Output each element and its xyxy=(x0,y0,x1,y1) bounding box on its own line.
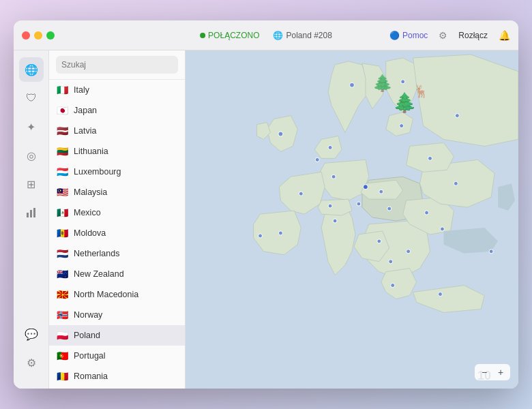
country-name: North Macedonia xyxy=(74,290,138,299)
server-dot-poland xyxy=(363,185,368,190)
server-dot-czech xyxy=(379,190,383,194)
moose-icon: 🦌 xyxy=(413,84,429,99)
nav-settings-button[interactable]: ⚙ xyxy=(19,350,44,375)
close-button[interactable] xyxy=(22,31,30,40)
country-flag: 🇲🇰 xyxy=(56,288,68,301)
country-flag: 🇲🇾 xyxy=(56,186,68,198)
country-flag: 🇵🇱 xyxy=(56,329,68,342)
connected-dot xyxy=(200,33,205,38)
connected-label: POŁĄCZONO xyxy=(208,31,259,40)
country-item[interactable]: 🇳🇿 New Zealand xyxy=(49,264,185,284)
server-dot-greece xyxy=(391,284,395,288)
connected-badge: POŁĄCZONO xyxy=(200,31,259,40)
country-item[interactable]: 🇲🇩 Moldova xyxy=(49,223,185,243)
server-dot-n-macedonia xyxy=(389,260,393,264)
server-dot-france xyxy=(299,192,303,196)
country-item[interactable]: 🇵🇹 Portugal xyxy=(49,346,185,366)
server-dot-finland xyxy=(401,80,405,84)
server-dot-germany-w xyxy=(331,175,336,179)
country-item[interactable]: 🇷🇸 Serbia xyxy=(49,387,185,389)
svg-rect-0 xyxy=(27,213,29,217)
country-item[interactable]: 🇱🇻 Latvia xyxy=(49,121,185,141)
main-content: 🌐 🛡 ✦ ◎ ⊞ 💬 ⚙ xyxy=(14,50,518,389)
app-window: POŁĄCZONO 🌐 Poland #208 🔵 Pomoc ⚙ Rozłąc… xyxy=(14,20,518,389)
country-name: Portugal xyxy=(74,351,106,361)
country-name: Norway xyxy=(74,310,102,320)
server-dot-moldova xyxy=(440,227,444,231)
country-name: Japan xyxy=(74,106,97,115)
country-name: Netherlands xyxy=(74,249,119,258)
server-dot-turkey xyxy=(438,292,442,297)
server-dot-east xyxy=(489,249,493,254)
nav-chat-button[interactable]: 💬 xyxy=(19,322,44,346)
settings-icon-button[interactable]: ⚙ xyxy=(439,30,447,41)
svg-rect-1 xyxy=(30,210,32,217)
country-item[interactable]: 🇮🇹 Italy xyxy=(49,80,185,100)
server-dot-norway xyxy=(350,82,355,87)
country-flag: 🇮🇹 xyxy=(56,84,68,96)
nav-globe-button[interactable]: 🌐 xyxy=(19,57,44,82)
country-item[interactable]: 🇯🇵 Japan xyxy=(49,100,185,121)
help-button[interactable]: 🔵 Pomoc xyxy=(389,31,428,40)
server-dot-baltics xyxy=(400,124,404,128)
country-name: Mexico xyxy=(74,208,101,217)
traffic-lights xyxy=(22,31,55,40)
nav-layers-button[interactable]: ⊞ xyxy=(19,172,44,196)
country-name: Luxembourg xyxy=(74,167,121,177)
country-item[interactable]: 🇷🇴 Romania xyxy=(49,366,185,387)
country-name: Lithuania xyxy=(74,147,108,156)
country-flag: 🇱🇹 xyxy=(56,145,68,157)
server-dot-belarus xyxy=(428,156,432,160)
sidebar-bottom: 💬 ⚙ xyxy=(19,322,44,382)
server-dot-russia xyxy=(455,114,459,118)
server-dot-austria xyxy=(357,202,361,206)
country-item[interactable]: 🇱🇺 Luxembourg xyxy=(49,162,185,182)
country-name: Moldova xyxy=(74,228,106,238)
country-name: Romania xyxy=(74,372,108,381)
help-label: Pomoc xyxy=(402,31,428,40)
country-item[interactable]: 🇱🇹 Lithuania xyxy=(49,141,185,162)
titlebar: POŁĄCZONO 🌐 Poland #208 🔵 Pomoc ⚙ Rozłąc… xyxy=(14,20,518,50)
map-area: 🌲 🌲 🦌 − + 10 xyxy=(186,50,518,389)
country-flag: 🇳🇱 xyxy=(56,247,68,260)
country-name: Italy xyxy=(74,85,89,95)
server-dot-denmark xyxy=(328,145,332,149)
server-dot-netherlands xyxy=(315,157,319,162)
country-name: Malaysia xyxy=(74,187,107,197)
server-dot-romania xyxy=(425,211,429,215)
server-dot-swiss xyxy=(328,204,332,208)
country-list: 🇮🇹 Italy 🇯🇵 Japan 🇱🇻 Latvia 🇱🇹 Lithuania… xyxy=(49,50,186,389)
nav-nodes-button[interactable]: ✦ xyxy=(19,115,44,139)
server-label: Poland #208 xyxy=(286,31,331,40)
titlebar-right: 🔵 Pomoc ⚙ Rozłącz 🔔 xyxy=(389,30,510,41)
disconnect-button[interactable]: Rozłącz xyxy=(458,31,488,40)
country-name: Latvia xyxy=(74,126,96,136)
country-item[interactable]: 🇲🇾 Malaysia xyxy=(49,182,185,202)
server-dot-uk xyxy=(278,132,283,136)
bell-icon-button[interactable]: 🔔 xyxy=(499,30,510,41)
nav-eye-button[interactable]: ◎ xyxy=(19,143,44,168)
svg-rect-2 xyxy=(33,208,35,217)
country-item[interactable]: 🇵🇱 Poland xyxy=(49,325,185,346)
zoom-plus-button[interactable]: + xyxy=(494,365,507,379)
country-flag: 🇱🇻 xyxy=(56,125,68,137)
country-flag: 🇯🇵 xyxy=(56,104,68,117)
country-item[interactable]: 🇳🇱 Netherlands xyxy=(49,243,185,264)
minimize-button[interactable] xyxy=(34,31,42,40)
country-item[interactable]: 🇲🇽 Mexico xyxy=(49,202,185,223)
europe-map: 🌲 🌲 🦌 xyxy=(186,50,518,389)
maximize-button[interactable] xyxy=(46,31,55,40)
country-flag: 🇱🇺 xyxy=(56,166,68,178)
help-dot: 🔵 xyxy=(389,31,400,40)
globe-icon: 🌐 xyxy=(273,31,283,40)
search-box xyxy=(49,50,185,80)
country-name: New Zealand xyxy=(74,269,124,279)
search-input[interactable] xyxy=(56,56,178,74)
country-item[interactable]: 🇳🇴 Norway xyxy=(49,305,185,325)
nav-shield-button[interactable]: 🛡 xyxy=(19,86,44,110)
country-item[interactable]: 🇲🇰 North Macedonia xyxy=(49,284,185,305)
nav-chart-button[interactable] xyxy=(19,200,44,225)
country-flag: 🇷🇴 xyxy=(56,370,68,382)
countries-scroll[interactable]: 🇮🇹 Italy 🇯🇵 Japan 🇱🇻 Latvia 🇱🇹 Lithuania… xyxy=(49,80,185,389)
sidebar-icons: 🌐 🛡 ✦ ◎ ⊞ 💬 ⚙ xyxy=(14,50,49,389)
